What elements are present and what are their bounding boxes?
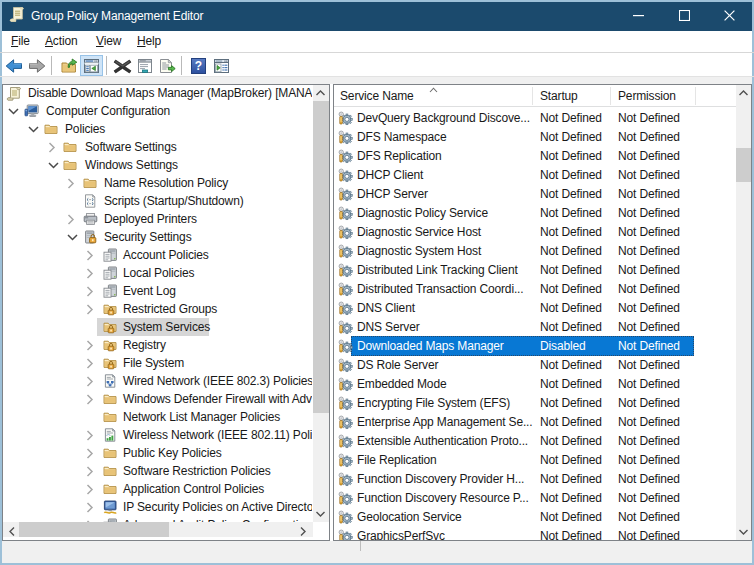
- svg-text:?: ?: [195, 59, 202, 73]
